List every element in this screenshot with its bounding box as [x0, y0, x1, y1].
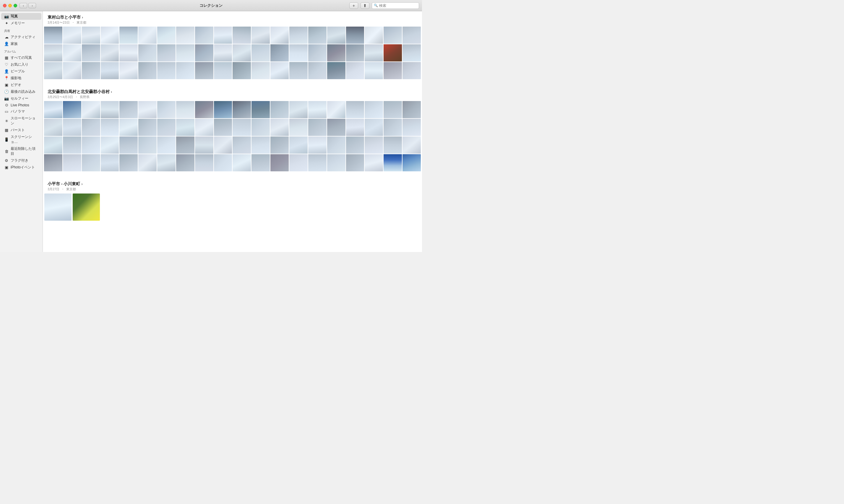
- photo-thumb[interactable]: [157, 101, 176, 118]
- photo-thumb[interactable]: [157, 137, 176, 154]
- photo-thumb[interactable]: [233, 62, 251, 79]
- photo-thumb[interactable]: [138, 154, 157, 172]
- photo-thumb[interactable]: [214, 154, 232, 172]
- photo-thumb[interactable]: [270, 62, 289, 79]
- photo-thumb[interactable]: [138, 101, 157, 118]
- photo-thumb[interactable]: [365, 101, 383, 118]
- photo-thumb[interactable]: [101, 119, 119, 136]
- back-button[interactable]: ‹: [19, 3, 27, 8]
- photo-thumb[interactable]: [176, 62, 195, 79]
- photo-thumb[interactable]: [270, 154, 289, 172]
- photo-thumb[interactable]: [383, 154, 402, 172]
- photo-thumb[interactable]: [195, 101, 213, 118]
- photo-thumb[interactable]: [195, 119, 213, 136]
- photo-thumb[interactable]: [82, 44, 100, 61]
- photo-thumb[interactable]: [214, 119, 232, 136]
- photo-thumb[interactable]: [308, 101, 326, 118]
- photo-thumb[interactable]: [346, 44, 364, 61]
- photo-thumb[interactable]: [233, 119, 251, 136]
- photo-thumb[interactable]: [120, 62, 138, 79]
- sidebar-item-live-photos[interactable]: ⊙ Live Photos: [1, 102, 41, 108]
- photo-thumb[interactable]: [138, 119, 157, 136]
- photo-thumb[interactable]: [383, 101, 402, 118]
- photo-thumb[interactable]: [327, 101, 345, 118]
- forward-button[interactable]: ›: [29, 3, 36, 8]
- photo-thumb[interactable]: [365, 44, 383, 61]
- photo-thumb[interactable]: [138, 137, 157, 154]
- photo-thumb[interactable]: [44, 154, 62, 172]
- sidebar-item-slow-motion[interactable]: ✳ スローモーション: [1, 115, 41, 127]
- search-input[interactable]: [379, 3, 417, 8]
- close-button[interactable]: [3, 4, 6, 7]
- photo-thumb[interactable]: [82, 119, 100, 136]
- photo-thumb[interactable]: [233, 137, 251, 154]
- photo-thumb[interactable]: [327, 44, 345, 61]
- sidebar-item-people[interactable]: 👤 ピープル: [1, 68, 41, 75]
- photo-thumb[interactable]: [383, 62, 402, 79]
- photo-thumb[interactable]: [251, 101, 270, 118]
- photo-thumb[interactable]: [195, 137, 213, 154]
- sidebar-item-memories[interactable]: ✦ メモリー: [1, 20, 41, 26]
- photo-thumb[interactable]: [120, 119, 138, 136]
- photo-thumb[interactable]: [383, 119, 402, 136]
- photo-thumb[interactable]: [327, 62, 345, 79]
- photo-thumb[interactable]: [44, 137, 62, 154]
- photo-thumb[interactable]: [308, 119, 326, 136]
- photo-thumb[interactable]: [346, 101, 364, 118]
- photo-thumb[interactable]: [63, 154, 81, 172]
- photo-thumb[interactable]: [82, 137, 100, 154]
- photo-thumb[interactable]: [120, 154, 138, 172]
- photo-thumb[interactable]: [402, 154, 421, 172]
- photo-thumb[interactable]: [289, 154, 308, 172]
- sidebar-item-activity[interactable]: ☁ アクティビティ: [1, 34, 41, 40]
- photo-thumb[interactable]: [101, 26, 119, 44]
- photo-thumb[interactable]: [44, 26, 62, 44]
- photo-thumb[interactable]: [251, 154, 270, 172]
- photo-thumb[interactable]: [365, 26, 383, 44]
- photo-thumb[interactable]: [346, 119, 364, 136]
- collection-3-title[interactable]: 小平市 - 小川東町 ›: [48, 181, 417, 187]
- sidebar-item-family[interactable]: 👤 家族: [1, 40, 41, 47]
- photo-thumb[interactable]: [157, 26, 176, 44]
- photo-thumb[interactable]: [233, 154, 251, 172]
- photo-thumb[interactable]: [402, 101, 421, 118]
- photo-thumb[interactable]: [402, 26, 421, 44]
- photo-thumb[interactable]: [101, 137, 119, 154]
- sidebar-item-photos[interactable]: 📷 写真: [1, 13, 41, 20]
- photo-thumb[interactable]: [402, 119, 421, 136]
- photo-thumb[interactable]: [214, 101, 232, 118]
- photo-thumb[interactable]: [383, 26, 402, 44]
- photo-thumb[interactable]: [63, 137, 81, 154]
- photo-thumb[interactable]: [365, 137, 383, 154]
- sidebar-item-all-photos[interactable]: ▦ すべての写真: [1, 54, 41, 61]
- search-box[interactable]: 🔍: [372, 2, 419, 9]
- photo-thumb[interactable]: [346, 137, 364, 154]
- minimize-button[interactable]: [8, 4, 12, 7]
- photo-thumb[interactable]: [63, 101, 81, 118]
- photo-thumb[interactable]: [327, 137, 345, 154]
- photo-thumb[interactable]: [120, 26, 138, 44]
- photo-thumb[interactable]: [82, 62, 100, 79]
- photo-thumb[interactable]: [270, 137, 289, 154]
- photo-thumb[interactable]: [402, 137, 421, 154]
- sidebar-item-selfies[interactable]: 📷 セルフィー: [1, 95, 41, 102]
- add-button[interactable]: +: [349, 2, 358, 9]
- photo-thumb[interactable]: [101, 62, 119, 79]
- sidebar-item-last-import[interactable]: 🕐 最後の読み込み: [1, 88, 41, 95]
- photo-thumb[interactable]: [308, 44, 326, 61]
- sidebar-item-panorama[interactable]: ▭ パノラマ: [1, 108, 41, 115]
- photo-thumb[interactable]: [82, 26, 100, 44]
- photo-thumb[interactable]: [195, 26, 213, 44]
- sidebar-item-places[interactable]: 📍 撮影地: [1, 75, 41, 82]
- photo-thumb[interactable]: [308, 154, 326, 172]
- photo-thumb[interactable]: [157, 62, 176, 79]
- sidebar-item-burst[interactable]: ▦ バースト: [1, 127, 41, 133]
- photo-thumb[interactable]: [195, 62, 213, 79]
- photo-thumb[interactable]: [346, 62, 364, 79]
- photo-thumb[interactable]: [233, 101, 251, 118]
- photo-thumb[interactable]: [101, 44, 119, 61]
- photo-thumb[interactable]: [63, 26, 81, 44]
- photo-thumb[interactable]: [289, 62, 308, 79]
- photo-thumb[interactable]: [120, 137, 138, 154]
- photo-thumb[interactable]: [176, 101, 195, 118]
